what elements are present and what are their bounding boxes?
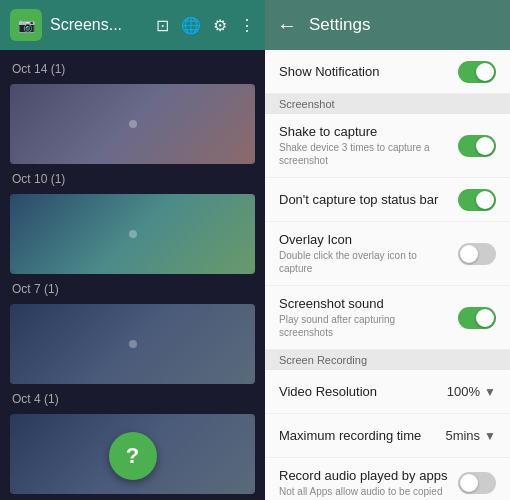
setting-title-screenshot-sound: Screenshot sound [279, 296, 450, 311]
setting-title-shake-capture: Shake to capture [279, 124, 450, 139]
setting-show-notification: Show Notification [265, 50, 510, 94]
toggle-shake-capture[interactable] [458, 135, 496, 157]
back-button[interactable]: ← [277, 14, 297, 37]
setting-title-overlay-icon: Overlay Icon [279, 232, 450, 247]
toggle-track-dont-capture-top[interactable] [458, 189, 496, 211]
toggle-thumb-show-notification [476, 63, 494, 81]
setting-screenshot-sound: Screenshot sound Play sound after captur… [265, 286, 510, 350]
setting-subtitle-screenshot-sound: Play sound after capturing screenshots [279, 313, 450, 339]
thumb-oct10[interactable] [10, 194, 255, 274]
setting-dont-capture-top: Don't capture top status bar [265, 178, 510, 222]
settings-content: Show Notification Screenshot Shake to ca… [265, 50, 510, 500]
toggle-track-overlay-icon[interactable] [458, 243, 496, 265]
chevron-down-icon-2: ▼ [484, 429, 496, 443]
setting-subtitle-overlay-icon: Double click the overlay icon to capture [279, 249, 450, 275]
toggle-screenshot-sound[interactable] [458, 307, 496, 329]
toggle-record-audio-apps[interactable] [458, 472, 496, 494]
toggle-thumb-dont-capture-top [476, 191, 494, 209]
dropdown-max-recording-time[interactable]: 5mins ▼ [445, 428, 496, 443]
setting-text-shake-capture: Shake to capture Shake device 3 times to… [279, 124, 458, 167]
dropdown-value-video-resolution: 100% [447, 384, 480, 399]
thumb-oct7[interactable] [10, 304, 255, 384]
more-icon[interactable]: ⋮ [239, 16, 255, 35]
setting-text-overlay-icon: Overlay Icon Double click the overlay ic… [279, 232, 458, 275]
setting-title-show-notification: Show Notification [279, 64, 450, 79]
app-icon: 📷 [10, 9, 42, 41]
setting-text-screenshot-sound: Screenshot sound Play sound after captur… [279, 296, 458, 339]
setting-max-recording-time: Maximum recording time 5mins ▼ [265, 414, 510, 458]
setting-title-dont-capture-top: Don't capture top status bar [279, 192, 450, 207]
toggle-thumb-record-audio-apps [460, 474, 478, 492]
date-oct7: Oct 7 (1) [0, 278, 265, 300]
app-title: Screens... [50, 16, 148, 34]
date-oct10: Oct 10 (1) [0, 168, 265, 190]
setting-text-record-audio-apps: Record audio played by apps Not all Apps… [279, 468, 458, 498]
setting-shake-capture: Shake to capture Shake device 3 times to… [265, 114, 510, 178]
header-icons: ⊡ 🌐 ⚙ ⋮ [156, 16, 255, 35]
image-icon[interactable]: ⊡ [156, 16, 169, 35]
toggle-overlay-icon[interactable] [458, 243, 496, 265]
setting-text-show-notification: Show Notification [279, 64, 458, 79]
globe-icon[interactable]: 🌐 [181, 16, 201, 35]
setting-text-dont-capture-top: Don't capture top status bar [279, 192, 458, 207]
toggle-track-shake-capture[interactable] [458, 135, 496, 157]
toggle-track-screenshot-sound[interactable] [458, 307, 496, 329]
gear-icon[interactable]: ⚙ [213, 16, 227, 35]
setting-video-resolution: Video Resolution 100% ▼ [265, 370, 510, 414]
left-header: 📷 Screens... ⊡ 🌐 ⚙ ⋮ [0, 0, 265, 50]
setting-title-record-audio-apps: Record audio played by apps [279, 468, 450, 483]
settings-header: ← Settings [265, 0, 510, 50]
date-oct4: Oct 4 (1) [0, 388, 265, 410]
right-panel: ← Settings Show Notification Screenshot … [265, 0, 510, 500]
toggle-thumb-screenshot-sound [476, 309, 494, 327]
thumb-oct14[interactable] [10, 84, 255, 164]
setting-title-max-recording-time: Maximum recording time [279, 428, 421, 443]
section-screenshot: Screenshot [265, 94, 510, 114]
thumbnail-oct14[interactable] [0, 80, 265, 168]
setting-overlay-icon: Overlay Icon Double click the overlay ic… [265, 222, 510, 286]
toggle-track-show-notification[interactable] [458, 61, 496, 83]
toggle-dont-capture-top[interactable] [458, 189, 496, 211]
toggle-track-record-audio-apps[interactable] [458, 472, 496, 494]
toggle-show-notification[interactable] [458, 61, 496, 83]
date-oct14: Oct 14 (1) [0, 58, 265, 80]
left-panel: 📷 Screens... ⊡ 🌐 ⚙ ⋮ Oct 14 (1) Oct 10 (… [0, 0, 265, 500]
dropdown-value-max-recording-time: 5mins [445, 428, 480, 443]
fab-button[interactable]: ? [109, 432, 157, 480]
setting-title-video-resolution: Video Resolution [279, 384, 377, 399]
toggle-thumb-shake-capture [476, 137, 494, 155]
thumbnail-oct7[interactable] [0, 300, 265, 388]
setting-subtitle-record-audio-apps: Not all Apps allow audio to be copied [279, 485, 450, 498]
settings-title: Settings [309, 15, 370, 35]
dropdown-video-resolution[interactable]: 100% ▼ [447, 384, 496, 399]
setting-subtitle-shake-capture: Shake device 3 times to capture a screen… [279, 141, 450, 167]
thumbnail-oct10[interactable] [0, 190, 265, 278]
section-screen-recording: Screen Recording [265, 350, 510, 370]
chevron-down-icon: ▼ [484, 385, 496, 399]
setting-record-audio-apps: Record audio played by apps Not all Apps… [265, 458, 510, 500]
toggle-thumb-overlay-icon [460, 245, 478, 263]
